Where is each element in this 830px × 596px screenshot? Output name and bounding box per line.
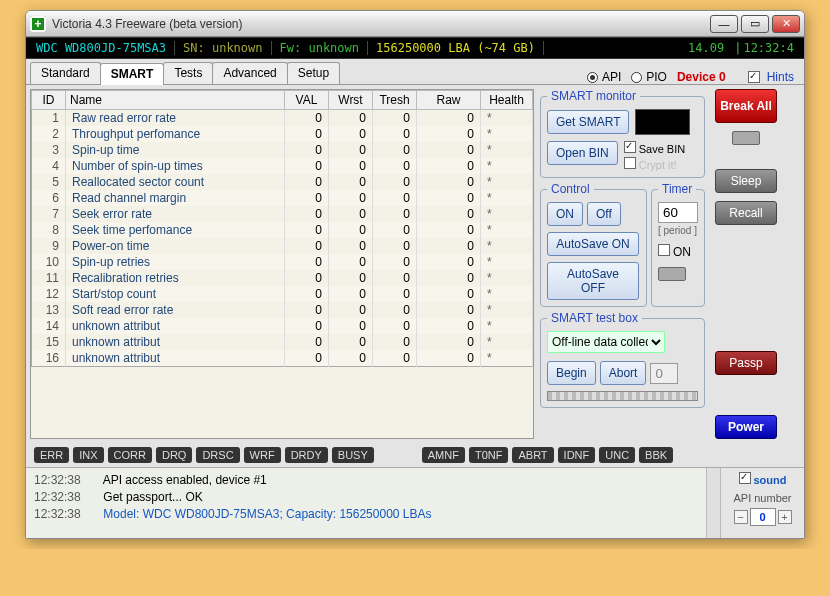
flag-corr: CORR [108,447,152,463]
app-icon: + [30,16,46,32]
hints-checkbox[interactable] [748,71,760,83]
begin-button[interactable]: Begin [547,361,596,385]
autosave-off-button[interactable]: AutoSave OFF [547,262,639,300]
crypt-checkbox[interactable] [624,157,636,169]
smart-row[interactable]: 9Power-on time0000* [32,238,533,254]
passp-button[interactable]: Passp [715,351,777,375]
recall-button[interactable]: Recall [715,201,777,225]
api-minus-button[interactable]: − [734,510,748,524]
smart-col-health[interactable]: Health [481,91,533,110]
api-label: API [602,70,621,84]
status-flags-bar: ERRINXCORRDRQDRSCWRFDRDYBUSYAMNFT0NFABRT… [26,443,804,467]
flag-drq: DRQ [156,447,192,463]
smart-col-raw[interactable]: Raw [417,91,481,110]
smart-col-wrst[interactable]: Wrst [329,91,373,110]
drive-lba: 156250000 LBA (~74 GB) [368,41,544,55]
timer-input[interactable] [658,202,698,223]
flag-drsc: DRSC [196,447,239,463]
drive-sn: SN: unknown [175,41,271,55]
tab-setup[interactable]: Setup [287,62,340,84]
api-radio[interactable] [587,72,598,83]
smart-row[interactable]: 11Recalibration retries0000* [32,270,533,286]
sound-checkbox[interactable] [739,472,751,484]
smart-row[interactable]: 5Reallocated sector count0000* [32,174,533,190]
smart-status-display [635,109,690,135]
flag-drdy: DRDY [285,447,328,463]
log-scrollbar[interactable] [706,468,720,538]
close-button[interactable]: ✕ [772,15,800,33]
autosave-on-button[interactable]: AutoSave ON [547,232,639,256]
smart-row[interactable]: 6Read channel margin0000* [32,190,533,206]
flag-wrf: WRF [244,447,281,463]
title-bar[interactable]: + Victoria 4.3 Freeware (beta version) —… [26,11,804,37]
control-on-button[interactable]: ON [547,202,583,226]
smart-table[interactable]: IDNameVALWrstTreshRawHealth 1Raw read er… [30,89,534,439]
save-bin-checkbox[interactable] [624,141,636,153]
control-off-button[interactable]: Off [587,202,621,226]
timer-indicator [658,267,686,281]
flag-inx: INX [73,447,103,463]
app-title: Victoria 4.3 Freeware (beta version) [52,17,243,31]
log-area[interactable]: 12:32:38 API access enabled, device #112… [26,468,706,538]
clock-date: 14.09 [680,41,732,55]
timer-box: Timer [ period ] ON [651,182,705,307]
smart-row[interactable]: 14unknown attribut0000* [32,318,533,334]
hints-label: Hints [767,70,794,84]
flag-abrt: ABRT [512,447,553,463]
power-button[interactable]: Power [715,415,777,439]
drive-model: WDC WD800JD-75MSA3 [28,41,175,55]
test-select[interactable]: Off-line data collect [547,331,665,353]
smart-col-name[interactable]: Name [66,91,285,110]
smart-col-id[interactable]: ID [32,91,66,110]
log-side-panel: sound API number − 0 + [720,468,804,538]
smart-row[interactable]: 12Start/stop count0000* [32,286,533,302]
smart-row[interactable]: 10Spin-up retries0000* [32,254,533,270]
smart-row[interactable]: 13Soft read error rate0000* [32,302,533,318]
smart-monitor-box: SMART monitor Get SMART Open BIN Save BI… [540,89,705,178]
drive-info-bar: WDC WD800JD-75MSA3 SN: unknown Fw: unkno… [26,37,804,59]
smart-test-box: SMART test box Off-line data collect Beg… [540,311,705,408]
test-progress [547,391,698,401]
smart-row[interactable]: 16unknown attribut0000* [32,350,533,367]
tab-bar: StandardSMARTTestsAdvancedSetup API PIO … [26,59,804,85]
break-all-button[interactable]: Break All [715,89,777,123]
smart-row[interactable]: 2Throughput perfomance0000* [32,126,533,142]
tab-smart[interactable]: SMART [100,63,165,85]
smart-row[interactable]: 3Spin-up time0000* [32,142,533,158]
break-indicator [732,131,760,145]
smart-row[interactable]: 7Seek error rate0000* [32,206,533,222]
tab-advanced[interactable]: Advanced [212,62,287,84]
flag-busy: BUSY [332,447,374,463]
flag-unc: UNC [599,447,635,463]
pio-label: PIO [646,70,667,84]
app-window: + Victoria 4.3 Freeware (beta version) —… [25,10,805,539]
smart-row[interactable]: 15unknown attribut0000* [32,334,533,350]
smart-row[interactable]: 4Number of spin-up times0000* [32,158,533,174]
smart-col-val[interactable]: VAL [285,91,329,110]
flag-idnf: IDNF [558,447,596,463]
tab-tests[interactable]: Tests [163,62,213,84]
api-number-value: 0 [750,508,776,526]
open-bin-button[interactable]: Open BIN [547,141,618,165]
smart-col-tresh[interactable]: Tresh [373,91,417,110]
api-plus-button[interactable]: + [778,510,792,524]
control-box: Control ON Off AutoSave ON AutoSave OFF [540,182,647,307]
pio-radio[interactable] [631,72,642,83]
flag-t0nf: T0NF [469,447,509,463]
minimize-button[interactable]: — [710,15,738,33]
drive-fw: Fw: unknown [272,41,368,55]
device-label: Device 0 [677,70,726,84]
tab-standard[interactable]: Standard [30,62,101,84]
get-smart-button[interactable]: Get SMART [547,110,629,134]
timer-on-checkbox[interactable] [658,244,670,256]
maximize-button[interactable]: ▭ [741,15,769,33]
smart-row[interactable]: 1Raw read error rate0000* [32,110,533,127]
test-value [650,363,678,384]
flag-bbk: BBK [639,447,673,463]
smart-row[interactable]: 8Seek time perfomance0000* [32,222,533,238]
abort-button[interactable]: Abort [600,361,647,385]
flag-err: ERR [34,447,69,463]
sleep-button[interactable]: Sleep [715,169,777,193]
clock-time: 12:32:4 [743,41,802,55]
flag-amnf: AMNF [422,447,465,463]
